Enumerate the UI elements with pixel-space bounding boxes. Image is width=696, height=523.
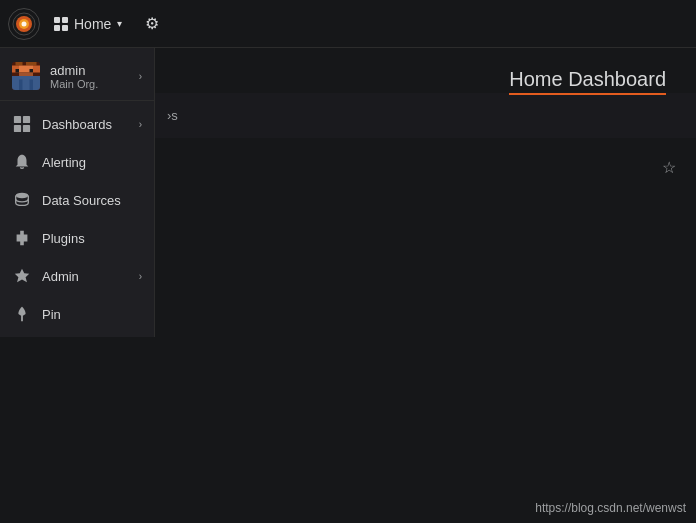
svg-rect-19 bbox=[23, 125, 30, 132]
svg-rect-10 bbox=[16, 69, 20, 73]
sidebar-item-datasources[interactable]: Data Sources bbox=[0, 181, 154, 219]
sidebar-item-plugins[interactable]: Plugins bbox=[0, 219, 154, 257]
dashboards-chevron: › bbox=[139, 119, 142, 130]
user-chevron: › bbox=[139, 71, 142, 82]
svg-rect-13 bbox=[12, 76, 40, 90]
svg-rect-18 bbox=[14, 125, 21, 132]
home-label: Home bbox=[74, 16, 111, 32]
home-chevron: ▾ bbox=[117, 18, 122, 29]
footer-url: https://blog.csdn.net/wenwst bbox=[535, 501, 686, 515]
user-menu-item[interactable]: admin Main Org. › bbox=[0, 52, 154, 101]
alerting-icon bbox=[12, 152, 32, 172]
svg-rect-16 bbox=[14, 116, 21, 123]
avatar bbox=[12, 62, 40, 90]
svg-rect-14 bbox=[19, 80, 23, 91]
grid-icon bbox=[54, 17, 68, 31]
sidebar-item-pin[interactable]: Pin bbox=[0, 295, 154, 333]
datasources-icon bbox=[12, 190, 32, 210]
admin-chevron: › bbox=[139, 271, 142, 282]
sidebar-item-admin[interactable]: Admin › bbox=[0, 257, 154, 295]
sidebar-item-admin-label: Admin bbox=[42, 269, 129, 284]
content-bar-text: ›s bbox=[167, 108, 178, 123]
svg-point-20 bbox=[16, 193, 29, 198]
dashboards-icon bbox=[12, 114, 32, 134]
home-dashboard-title: Home Dashboard bbox=[509, 68, 666, 95]
svg-rect-6 bbox=[26, 62, 37, 66]
admin-icon bbox=[12, 266, 32, 286]
user-name: admin bbox=[50, 63, 129, 78]
svg-rect-12 bbox=[19, 73, 33, 77]
sidebar-item-plugins-label: Plugins bbox=[42, 231, 142, 246]
pin-icon bbox=[12, 304, 32, 324]
user-info: admin Main Org. bbox=[50, 63, 129, 90]
svg-rect-5 bbox=[16, 62, 23, 66]
sidebar-item-dashboards-label: Dashboards bbox=[42, 117, 129, 132]
sidebar-item-datasources-label: Data Sources bbox=[42, 193, 142, 208]
sidebar-menu: admin Main Org. › Dashboards › Alerting bbox=[0, 48, 155, 337]
svg-rect-11 bbox=[30, 69, 34, 73]
svg-rect-9 bbox=[33, 66, 40, 73]
svg-rect-17 bbox=[23, 116, 30, 123]
user-org: Main Org. bbox=[50, 78, 129, 90]
gear-icon: ⚙ bbox=[145, 14, 159, 33]
svg-rect-15 bbox=[30, 80, 34, 91]
sidebar-item-alerting-label: Alerting bbox=[42, 155, 142, 170]
settings-button[interactable]: ⚙ bbox=[136, 8, 168, 40]
grafana-logo[interactable] bbox=[8, 8, 40, 40]
svg-point-3 bbox=[22, 21, 27, 26]
topbar: Home ▾ ⚙ bbox=[0, 0, 696, 48]
content-bar: ›s bbox=[155, 93, 696, 138]
svg-point-21 bbox=[20, 310, 24, 314]
home-button[interactable]: Home ▾ bbox=[44, 10, 132, 38]
sidebar-item-dashboards[interactable]: Dashboards › bbox=[0, 105, 154, 143]
star-icon[interactable]: ☆ bbox=[662, 158, 676, 177]
sidebar-item-pin-label: Pin bbox=[42, 307, 142, 322]
plugins-icon bbox=[12, 228, 32, 248]
sidebar-item-alerting[interactable]: Alerting bbox=[0, 143, 154, 181]
